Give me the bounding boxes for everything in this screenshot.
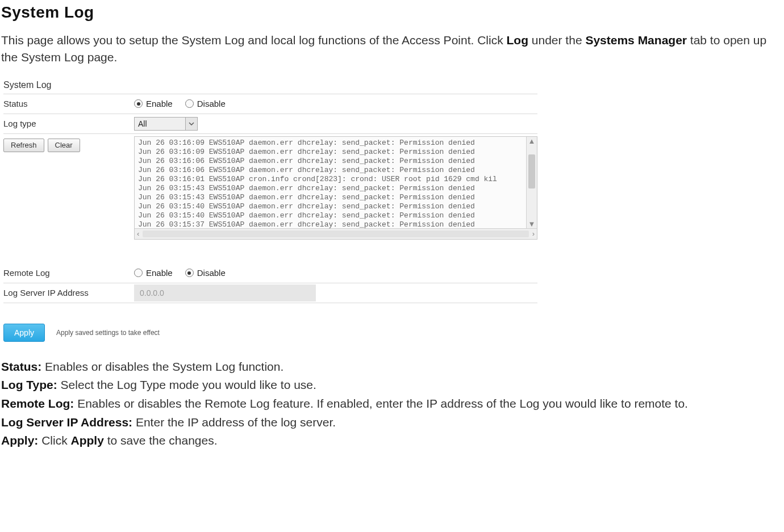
status-enable-label: Enable <box>146 99 173 108</box>
logtype-select[interactable]: All <box>134 117 198 131</box>
status-row: Status Enable Disable <box>3 94 537 114</box>
scrollbar-track[interactable] <box>143 231 528 237</box>
radio-icon <box>134 99 143 108</box>
log-line: Jun 26 03:16:09 EWS510AP daemon.err dhcr… <box>138 148 524 157</box>
remote-disable-label: Disable <box>197 268 226 278</box>
logtype-row: Log type All <box>3 114 537 133</box>
radio-icon <box>185 99 194 108</box>
apply-row: Apply Apply saved settings to take effec… <box>3 324 537 342</box>
def-remote-term: Remote Log: <box>1 397 74 410</box>
def-ip-desc: Enter the IP address of the log server. <box>136 416 336 429</box>
log-line: Jun 26 03:16:06 EWS510AP daemon.err dhcr… <box>138 166 524 175</box>
log-line: Jun 26 03:15:43 EWS510AP daemon.err dhcr… <box>138 193 524 202</box>
page-title: System Log <box>1 3 783 22</box>
def-remote: Remote Log: Enables or disables the Remo… <box>1 395 783 413</box>
refresh-button[interactable]: Refresh <box>3 139 44 152</box>
log-server-ip-row: Log Server IP Address 0.0.0.0 <box>3 283 537 303</box>
log-line: Jun 26 03:16:01 EWS510AP cron.info crond… <box>138 175 524 184</box>
intro-strong-systems-manager: Systems Manager <box>585 33 687 47</box>
apply-button[interactable]: Apply <box>3 324 45 342</box>
intro-text: under the <box>532 33 586 47</box>
status-enable-radio[interactable]: Enable <box>134 99 173 108</box>
log-line: Jun 26 03:16:09 EWS510AP daemon.err dhcr… <box>138 139 524 148</box>
intro-paragraph: This page allows you to setup the System… <box>1 32 783 66</box>
clear-button[interactable]: Clear <box>48 139 80 152</box>
def-status: Status: Enables or disables the System L… <box>1 358 783 376</box>
status-label: Status <box>3 99 134 108</box>
def-status-term: Status: <box>1 360 41 373</box>
log-line: Jun 26 03:15:43 EWS510AP daemon.err dhcr… <box>138 184 524 193</box>
remote-log-row: Remote Log Enable Disable <box>3 263 537 283</box>
status-disable-radio[interactable]: Disable <box>185 99 226 108</box>
logtype-value: All <box>135 119 151 128</box>
chevron-up-icon: ▲ <box>528 137 536 145</box>
def-remote-desc: Enables or disables the Remote Log featu… <box>77 397 688 410</box>
chevron-down-icon <box>185 118 197 130</box>
log-server-ip-label: Log Server IP Address <box>3 288 134 298</box>
def-logtype-term: Log Type: <box>1 378 57 391</box>
logtype-label: Log type <box>3 119 134 128</box>
chevron-down-icon: ▼ <box>528 220 536 228</box>
intro-strong-log: Log <box>507 33 528 47</box>
chevron-left-icon: ‹ <box>137 229 139 238</box>
panel-section-title: System Log <box>3 79 537 94</box>
system-log-panel: System Log Status Enable Disable Log typ… <box>3 79 537 342</box>
def-status-desc: Enables or disables the System Log funct… <box>45 360 283 373</box>
log-textarea[interactable]: Jun 26 03:16:09 EWS510AP daemon.err dhcr… <box>134 136 537 240</box>
remote-enable-label: Enable <box>146 268 173 278</box>
apply-note: Apply saved settings to take effect <box>56 329 160 337</box>
intro-text: This page allows you to setup the System… <box>1 33 507 47</box>
def-apply-term: Apply: <box>1 434 38 447</box>
log-server-ip-value: 0.0.0.0 <box>140 288 164 298</box>
def-logtype: Log Type: Select the Log Type mode you w… <box>1 376 783 395</box>
def-apply-bold: Apply <box>71 434 104 447</box>
def-apply: Apply: Click Apply to save the changes. <box>1 432 783 450</box>
log-server-ip-input[interactable]: 0.0.0.0 <box>134 284 316 301</box>
status-disable-label: Disable <box>197 99 226 108</box>
def-apply-desc: Click <box>41 434 70 447</box>
def-logtype-desc: Select the Log Type mode you would like … <box>61 378 316 391</box>
vertical-scrollbar[interactable]: ▲ ▼ <box>526 137 537 228</box>
remote-log-label: Remote Log <box>3 268 134 278</box>
radio-icon <box>185 269 194 277</box>
log-line: Jun 26 03:16:06 EWS510AP daemon.err dhcr… <box>138 157 524 166</box>
def-ip: Log Server IP Address: Enter the IP addr… <box>1 413 783 432</box>
def-ip-term: Log Server IP Address: <box>1 416 132 429</box>
horizontal-scrollbar[interactable]: ‹ › <box>135 228 537 239</box>
log-line: Jun 26 03:15:40 EWS510AP daemon.err dhcr… <box>138 211 524 220</box>
scrollbar-thumb[interactable] <box>528 154 535 188</box>
remote-enable-radio[interactable]: Enable <box>134 268 173 278</box>
chevron-right-icon: › <box>532 229 535 238</box>
log-line: Jun 26 03:15:40 EWS510AP daemon.err dhcr… <box>138 202 524 211</box>
remote-disable-radio[interactable]: Disable <box>185 268 226 278</box>
log-output-row: Refresh Clear Jun 26 03:16:09 EWS510AP d… <box>3 133 537 240</box>
radio-icon <box>134 269 143 277</box>
def-apply-desc: to save the changes. <box>107 434 218 447</box>
